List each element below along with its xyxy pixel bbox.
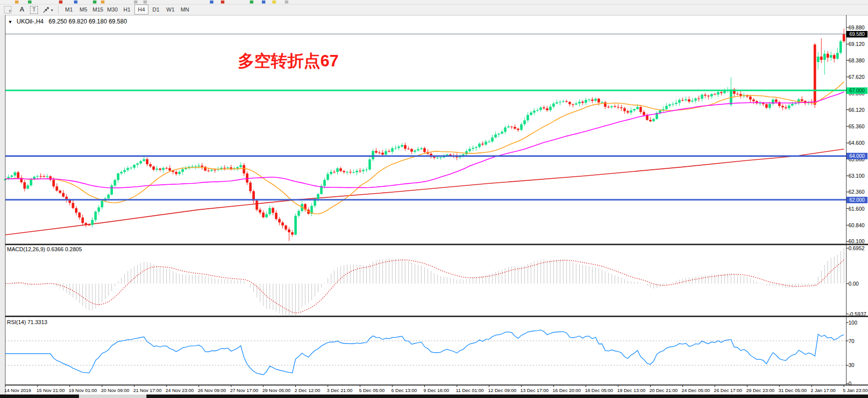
date-axis-label[interactable]: 5 Dec 05:00 xyxy=(359,388,385,393)
price-axis-label[interactable]: 66.120 xyxy=(849,107,865,113)
candle-wicks xyxy=(5,29,844,241)
date-axis-label[interactable]: 24 Dec 05:00 xyxy=(682,388,710,393)
axis-ticks xyxy=(5,27,849,387)
price-axis-label[interactable]: 63.100 xyxy=(849,173,865,179)
rsi-axis-label[interactable]: 100 xyxy=(849,320,858,326)
rsi-axis-label[interactable]: 0 xyxy=(849,381,852,387)
chart-ohlc-values: 69.250 69.820 69.180 69.580 xyxy=(48,18,127,25)
price-axis-label[interactable]: 62.360 xyxy=(849,189,865,195)
rsi-axis-label[interactable]: 70 xyxy=(849,338,855,344)
rsi-line xyxy=(5,330,844,375)
price-axis-label[interactable]: 67.620 xyxy=(849,74,865,80)
date-axis-label[interactable]: 14 Nov 2019 xyxy=(4,388,31,393)
date-axis-label[interactable]: 26 Dec 17:00 xyxy=(714,388,743,393)
rsi-panel-separator[interactable] xyxy=(5,316,868,317)
price-badge-67.000: 67.000 xyxy=(847,87,868,94)
chart-canvas[interactable] xyxy=(0,0,868,398)
price-axis-label[interactable]: 69.880 xyxy=(849,24,865,30)
ma-slow-line xyxy=(5,149,844,235)
date-axis-label[interactable]: 3 Dec 21:00 xyxy=(327,388,352,393)
date-axis-label[interactable]: 12 Dec 09:00 xyxy=(488,388,517,393)
candle-bodies xyxy=(4,34,845,235)
date-axis-label[interactable]: 29 Dec 23:00 xyxy=(746,388,775,393)
date-axis-label[interactable]: 2 Jan 17:00 xyxy=(811,388,836,393)
price-axis-label[interactable]: 64.600 xyxy=(849,140,865,146)
date-axis-label[interactable]: 9 Dec 16:00 xyxy=(424,388,449,393)
price-badge-69.580: 69.580 xyxy=(847,31,868,37)
bottom-strip-segment xyxy=(79,395,146,398)
price-badge-62.000: 62.000 xyxy=(847,197,868,203)
macd-axis-label[interactable]: 0.00 xyxy=(849,281,859,287)
macd-axis-label[interactable]: -0.5937 xyxy=(849,311,867,317)
chart-annotation-text: 多空转折点67 xyxy=(238,50,339,72)
rsi-axis-label[interactable]: 30 xyxy=(849,362,855,368)
price-axis-label[interactable]: 60.100 xyxy=(849,238,865,244)
macd-panel-separator[interactable] xyxy=(5,244,868,245)
date-axis-label[interactable]: 26 Nov 09:00 xyxy=(198,388,226,393)
date-axis-label[interactable]: 15 Nov 21:00 xyxy=(36,388,65,393)
price-badge-64.000: 64.000 xyxy=(847,153,868,159)
date-axis-label[interactable]: 5 Jan 23:00 xyxy=(843,388,868,393)
bottom-strip-segment xyxy=(146,395,868,398)
date-axis-label[interactable]: 2 Dec 12:00 xyxy=(295,388,320,393)
plot-left-border xyxy=(5,15,5,385)
date-axis-label[interactable]: 20 Nov 09:00 xyxy=(101,388,129,393)
mt4-window: F A T ▾ M1 M5 M15 M30 H1 H4 D1 W1 MN ▼ xyxy=(0,0,868,398)
price-axis-label[interactable]: 60.840 xyxy=(849,222,865,228)
date-axis-label[interactable]: 16 Dec 20:00 xyxy=(553,388,581,393)
price-axis-label[interactable]: 61.600 xyxy=(849,206,865,212)
macd-indicator-label: MACD(12,26,9) 0.6366 0.2805 xyxy=(7,246,82,252)
date-axis-label[interactable]: 11 Dec 01:00 xyxy=(456,388,484,393)
price-axis-label[interactable]: 69.120 xyxy=(849,41,865,47)
rsi-indicator-label: RSI(14) 71.3313 xyxy=(7,319,47,325)
date-axis-border xyxy=(5,385,868,386)
macd-axis-label[interactable]: 0.6952 xyxy=(849,245,865,251)
date-axis-label[interactable]: 19 Nov 01:00 xyxy=(69,388,97,393)
date-axis-label[interactable]: 19 Dec 13:00 xyxy=(617,388,646,393)
bottom-strip-segment xyxy=(0,395,79,398)
price-axis-label[interactable]: 65.360 xyxy=(849,123,865,129)
date-axis-label[interactable]: 27 Nov 17:00 xyxy=(230,388,258,393)
price-axis-label[interactable]: 68.380 xyxy=(849,57,865,63)
date-axis-label[interactable]: 6 Dec 13:00 xyxy=(391,388,417,393)
macd-histogram xyxy=(5,248,844,315)
date-axis-label[interactable]: 31 Dec 05:00 xyxy=(779,388,807,393)
chart-dropdown-icon[interactable]: ▼ xyxy=(8,19,12,24)
date-axis-label[interactable]: 21 Nov 17:00 xyxy=(133,388,162,393)
chart-title: ▼ UKOil-,H4 69.250 69.820 69.180 69.580 xyxy=(8,18,127,25)
date-axis-label[interactable]: 18 Dec 05:00 xyxy=(585,388,613,393)
date-axis-label[interactable]: 29 Nov 05:00 xyxy=(262,388,291,393)
date-axis-label[interactable]: 13 Dec 17:00 xyxy=(520,388,549,393)
ma-mid-line xyxy=(5,92,844,188)
date-axis-label[interactable]: 20 Dec 21:00 xyxy=(650,388,678,393)
date-axis-label[interactable]: 24 Nov 23:00 xyxy=(165,388,194,393)
chart-symbol-label: UKOil-,H4 xyxy=(16,18,43,25)
